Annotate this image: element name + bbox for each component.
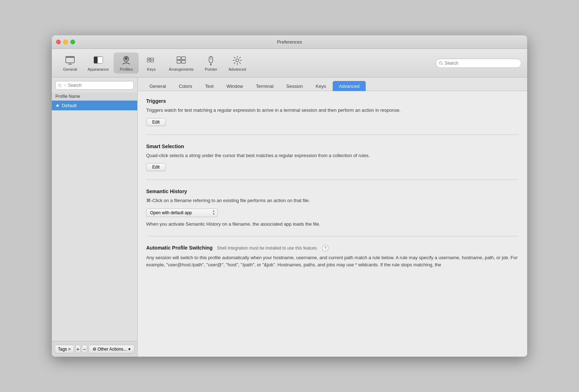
smart-selection-title: Smart Selection: [146, 144, 519, 149]
smart-selection-edit-label: Edit: [152, 165, 160, 170]
aps-help-button[interactable]: ?: [322, 245, 328, 251]
toolbar-item-keys[interactable]: ⌘ ⌥ Keys: [139, 52, 164, 74]
smart-selection-edit-button[interactable]: Edit: [146, 163, 166, 171]
triggers-edit-button[interactable]: Edit: [146, 118, 166, 126]
semantic-history-dropdown[interactable]: Open with default app ▲ ▼: [146, 208, 218, 217]
tab-session-label: Session: [286, 84, 303, 89]
tab-terminal[interactable]: Terminal: [250, 81, 279, 91]
toolbar-item-appearance[interactable]: Appearance: [83, 52, 114, 74]
tab-text[interactable]: Text: [199, 81, 220, 91]
toolbar-label-pointer: Pointer: [205, 67, 217, 71]
semantic-history-row: Open with default app ▲ ▼: [146, 208, 519, 217]
tab-colors[interactable]: Colors: [173, 81, 198, 91]
aps-section: Automatic Profile Switching Shell Integr…: [146, 245, 519, 281]
tab-bar: General Colors Text Window Terminal Sess…: [138, 77, 527, 91]
keys-icon: ⌘ ⌥: [145, 55, 157, 66]
window-title: Preferences: [277, 39, 302, 45]
tab-general-label: General: [149, 84, 166, 89]
toolbar-item-profiles[interactable]: Profiles: [114, 52, 139, 74]
remove-icon: −: [83, 346, 86, 352]
toolbar-item-pointer[interactable]: Pointer: [198, 52, 223, 74]
tab-advanced[interactable]: Advanced: [333, 81, 366, 91]
help-icon: ?: [324, 246, 326, 250]
svg-rect-5: [94, 57, 98, 63]
arrangements-icon: [175, 55, 187, 66]
triggers-title: Triggers: [146, 98, 519, 104]
profile-item-name: Default: [62, 103, 76, 108]
aps-description: Any session will switch to this profile …: [146, 254, 519, 268]
profiles-icon: [120, 55, 132, 66]
titlebar: Preferences: [52, 35, 527, 49]
svg-point-24: [236, 59, 239, 62]
search-icon: [439, 61, 443, 65]
toolbar-label-profiles: Profiles: [120, 67, 133, 71]
tab-window[interactable]: Window: [221, 81, 249, 91]
pointer-icon: [205, 55, 217, 66]
close-button[interactable]: [56, 40, 61, 44]
sidebar-search-input[interactable]: [68, 83, 131, 88]
svg-line-28: [60, 86, 61, 86]
aps-header: Automatic Profile Switching Shell Integr…: [146, 245, 519, 251]
panel-content: Triggers Triggers watch for text matchin…: [138, 91, 527, 357]
main-content: Profile Name ★ Default Tags > + −: [52, 77, 527, 357]
toolbar-label-advanced: Advanced: [228, 67, 246, 71]
toolbar-item-advanced[interactable]: Advanced: [223, 52, 251, 74]
tab-general[interactable]: General: [143, 81, 172, 91]
triggers-edit-label: Edit: [152, 120, 160, 125]
svg-rect-12: [147, 60, 150, 62]
svg-rect-13: [151, 60, 154, 62]
svg-text:⌘: ⌘: [148, 58, 150, 60]
svg-rect-6: [98, 57, 103, 63]
semantic-history-title: Semantic History: [146, 189, 519, 194]
svg-text:⌥: ⌥: [152, 58, 153, 60]
smart-selection-section: Smart Selection Quad-click selects a str…: [146, 144, 519, 180]
toolbar-search-input[interactable]: [445, 61, 518, 66]
smart-selection-description: Quad-click selects a string under the cu…: [146, 152, 519, 159]
sidebar: Profile Name ★ Default Tags > + −: [52, 77, 138, 357]
minimize-button[interactable]: [63, 40, 68, 44]
tab-session[interactable]: Session: [280, 81, 309, 91]
tags-button-label: Tags >: [58, 347, 71, 352]
semantic-history-note: When you activate Semantic History on a …: [146, 221, 519, 228]
profile-column-header: Profile Name: [55, 94, 134, 99]
remove-profile-button[interactable]: −: [82, 345, 87, 353]
zoom-button[interactable]: [70, 40, 75, 44]
aps-integration-note: Shell Integration must be installed to u…: [217, 246, 318, 251]
tags-button[interactable]: Tags >: [55, 345, 74, 353]
sidebar-search-box[interactable]: [55, 81, 134, 90]
other-actions-label: ⚙ Other Actions...: [93, 347, 127, 352]
toolbar-item-general[interactable]: General: [58, 52, 83, 74]
search-dropdown-icon: [64, 84, 67, 87]
tab-terminal-label: Terminal: [256, 84, 273, 89]
semantic-history-description: ⌘-Click on a filename referring to an ex…: [146, 197, 519, 204]
profile-list: ★ Default: [52, 101, 137, 341]
tab-text-label: Text: [205, 84, 214, 89]
svg-rect-19: [182, 60, 185, 63]
triggers-description: Triggers watch for text matching a regul…: [146, 107, 519, 114]
svg-line-26: [441, 64, 442, 65]
svg-point-25: [439, 61, 442, 64]
add-profile-button[interactable]: +: [75, 345, 80, 353]
profile-item-default[interactable]: ★ Default: [52, 101, 137, 110]
toolbar-label-appearance: Appearance: [88, 67, 109, 71]
profile-list-header: Profile Name: [52, 92, 137, 101]
svg-rect-1: [66, 56, 74, 58]
other-actions-button[interactable]: ⚙ Other Actions... ▾: [89, 345, 134, 353]
svg-rect-17: [182, 57, 185, 60]
toolbar-search-box[interactable]: [436, 59, 521, 68]
toolbar-label-general: General: [63, 67, 77, 71]
default-star-icon: ★: [55, 103, 60, 108]
dropdown-arrow-icon: ▲ ▼: [212, 210, 215, 216]
preferences-window: Preferences General: [52, 35, 527, 357]
sidebar-search-icon: [58, 84, 62, 87]
add-icon: +: [76, 346, 79, 352]
svg-point-22: [210, 64, 212, 65]
right-panel: General Colors Text Window Terminal Sess…: [138, 77, 527, 357]
toolbar-item-arrangements[interactable]: Arrangements: [164, 52, 198, 74]
tab-keys[interactable]: Keys: [310, 81, 332, 91]
triggers-section: Triggers Triggers watch for text matchin…: [146, 98, 519, 135]
other-actions-arrow: ▾: [128, 347, 130, 352]
tab-colors-label: Colors: [179, 84, 192, 89]
dropdown-value: Open with default app: [150, 210, 192, 215]
general-icon: [64, 55, 76, 66]
